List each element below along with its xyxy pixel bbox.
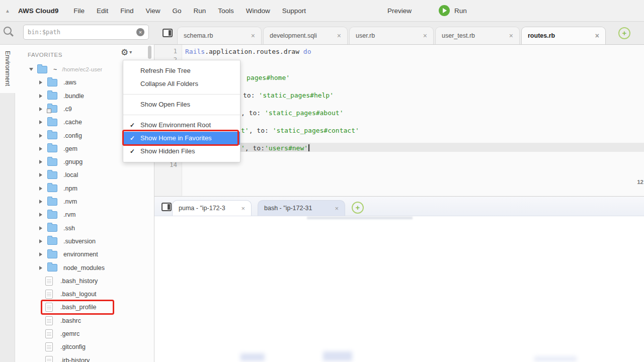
tree-file-irb-history[interactable]: .irb-history <box>45 354 90 362</box>
menubar-item-go[interactable]: Go <box>166 7 187 15</box>
close-tab-icon[interactable] <box>509 32 513 40</box>
aws-cloud9-window: AWS Cloud9 FileEditFindViewGoRunToolsWin… <box>0 0 644 362</box>
console-pane-menu-icon[interactable] <box>162 203 172 211</box>
menubar-item-run[interactable]: Run <box>188 7 212 15</box>
pane-menu-icon[interactable] <box>163 29 173 37</box>
line-number: 1 <box>157 47 177 55</box>
chevron-right-icon[interactable] <box>39 107 42 111</box>
folder-icon <box>47 185 57 192</box>
menubar-item-file[interactable]: File <box>67 7 91 15</box>
tree-folder-environment[interactable]: environment <box>39 248 98 260</box>
chevron-right-icon[interactable] <box>39 266 42 270</box>
menubar-item-view[interactable]: View <box>139 7 166 15</box>
search-input[interactable]: bin:$path <box>23 25 149 40</box>
tab-label: user.rb <box>356 32 423 39</box>
cursor-position-indicator: 12 <box>637 179 643 185</box>
chevron-down-icon[interactable] <box>29 68 33 71</box>
tree-folder-npm[interactable]: .npm <box>39 183 77 195</box>
tree-file-gemrc[interactable]: .gemrc <box>45 328 79 340</box>
folder-icon <box>47 171 57 179</box>
tree-folder-c9[interactable]: .c9 <box>39 103 72 115</box>
tree-file-bashrc[interactable]: .bashrc <box>45 315 81 327</box>
chevron-right-icon[interactable] <box>39 252 42 256</box>
editor-tab-user-rb[interactable]: user.rb <box>349 27 434 44</box>
tree-folder-gem[interactable]: .gem <box>39 143 77 155</box>
tree-file-bash-logout[interactable]: .bash_logout <box>45 288 97 300</box>
tree-item-label: environment <box>63 251 98 258</box>
menubar-right: Preview Run <box>382 5 467 16</box>
file-icon <box>45 290 53 299</box>
tree-item-label: .nvm <box>63 198 77 205</box>
app-title[interactable]: AWS Cloud9 <box>18 7 58 15</box>
root-alias: ~ <box>53 66 57 73</box>
close-tab-icon[interactable] <box>595 32 599 40</box>
tree-folder-node-modules[interactable]: node_modules <box>39 262 105 274</box>
menu-item-label: Show Open Files <box>140 101 190 108</box>
tree-folder-gnupg[interactable]: .gnupg <box>39 156 83 168</box>
menubar-item-window[interactable]: Window <box>240 7 276 15</box>
tree-folder-subversion[interactable]: .subversion <box>39 235 96 247</box>
chevron-right-icon[interactable] <box>39 187 42 191</box>
gear-settings-icon[interactable] <box>121 47 132 58</box>
environment-panel-tab[interactable]: Environment <box>0 44 15 93</box>
chevron-right-icon[interactable] <box>39 134 42 138</box>
console-output-area[interactable] <box>154 216 644 362</box>
tree-item-label: .bashrc <box>60 317 81 324</box>
menubar-item-find[interactable]: Find <box>114 7 139 15</box>
tree-root-row[interactable]: ~ /home/ec2-user <box>29 63 102 75</box>
chevron-right-icon[interactable] <box>39 173 42 177</box>
tree-folder-local[interactable]: .local <box>39 169 78 181</box>
close-tab-icon[interactable] <box>241 205 245 212</box>
editor-tab-routes-rb[interactable]: routes.rb <box>521 27 606 44</box>
tree-item-label: .config <box>63 132 82 139</box>
menu-item-refresh-file-tree[interactable]: Refresh File Tree <box>123 64 240 77</box>
close-tab-icon[interactable] <box>337 32 341 40</box>
run-button[interactable]: Run <box>439 5 467 16</box>
tree-folder-nvm[interactable]: .nvm <box>39 196 77 208</box>
chevron-right-icon[interactable] <box>39 213 42 217</box>
chevron-right-icon[interactable] <box>39 160 42 164</box>
tree-folder-aws[interactable]: .aws <box>39 76 76 88</box>
artifact-smudge <box>323 351 352 361</box>
chevron-right-icon[interactable] <box>39 147 42 151</box>
preview-button[interactable]: Preview <box>382 7 417 15</box>
chevron-right-icon[interactable] <box>39 80 42 84</box>
tree-folder-rvm[interactable]: .rvm <box>39 209 75 221</box>
search-icon[interactable] <box>4 27 12 35</box>
chevron-right-icon[interactable] <box>39 120 42 124</box>
tree-item-label: .local <box>63 171 78 178</box>
chevron-right-icon[interactable] <box>39 94 42 98</box>
editor-tab-schema-rb[interactable]: schema.rb <box>177 27 262 44</box>
new-editor-tab-icon[interactable] <box>618 27 630 39</box>
close-tab-icon[interactable] <box>251 32 255 40</box>
console-tab-puma-ip-172-3[interactable]: puma - "ip-172-3 <box>172 200 252 216</box>
editor-tab-user-test-rb[interactable]: user_test.rb <box>435 27 520 44</box>
play-icon <box>439 5 450 16</box>
menu-item-show-open-files[interactable]: Show Open Files <box>123 98 240 111</box>
menu-item-collapse-all-folders[interactable]: Collapse All Folders <box>123 77 240 90</box>
code-segment: pages#home' <box>247 74 290 81</box>
tree-folder-bundle[interactable]: .bundle <box>39 90 84 102</box>
editor-tab-development-sqli[interactable]: development.sqli <box>263 27 348 44</box>
chevron-right-icon[interactable] <box>39 226 42 230</box>
tree-folder-config[interactable]: .config <box>39 130 82 142</box>
tree-folder-ssh[interactable]: .ssh <box>39 222 75 234</box>
tree-folder-cache[interactable]: .cache <box>39 116 82 128</box>
new-console-tab-icon[interactable] <box>352 202 364 214</box>
close-tab-icon[interactable] <box>335 205 339 212</box>
tab-label: development.sqli <box>270 32 337 39</box>
clear-search-icon[interactable] <box>136 28 144 36</box>
tree-scrollbar[interactable] <box>148 46 151 59</box>
collapse-menubar-icon[interactable] <box>5 8 10 14</box>
console-tab-bash-ip-172-31[interactable]: bash - "ip-172-31 <box>258 200 345 216</box>
menubar-item-edit[interactable]: Edit <box>91 7 114 15</box>
menubar-item-support[interactable]: Support <box>276 7 312 15</box>
chevron-right-icon[interactable] <box>39 200 42 204</box>
chevron-right-icon[interactable] <box>39 239 42 243</box>
tree-file-bash-history[interactable]: .bash_history <box>45 275 98 287</box>
tree-file-gitconfig[interactable]: .gitconfig <box>45 341 86 353</box>
close-tab-icon[interactable] <box>423 32 427 40</box>
menu-item-show-hidden-files[interactable]: Show Hidden Files <box>123 145 240 158</box>
menubar-item-tools[interactable]: Tools <box>212 7 240 15</box>
folder-icon <box>47 264 57 272</box>
